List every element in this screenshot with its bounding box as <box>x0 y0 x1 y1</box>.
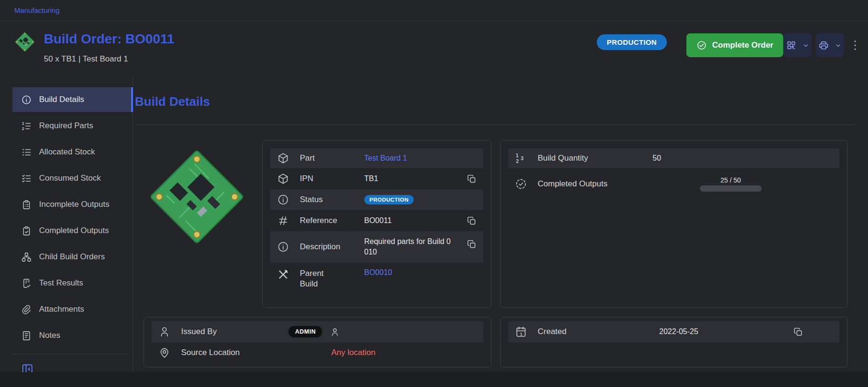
detail-label: Part <box>300 153 364 163</box>
info-circle-icon <box>21 94 32 105</box>
created-card: Created 2022-05-25 <box>500 317 848 367</box>
sidebar-item-label: Required Parts <box>39 121 93 131</box>
part-image <box>140 140 254 254</box>
list-icon <box>21 147 32 158</box>
detail-label: Created <box>538 326 645 337</box>
build-details-card: Part Test Board 1 IPN TB1 Status PRODUCT… <box>262 140 491 308</box>
clipboard-list-icon <box>21 199 32 210</box>
sidebar-item-label: Notes <box>39 331 60 340</box>
detail-row-source-location: Source Location Any location <box>152 342 483 363</box>
copy-button[interactable] <box>793 327 803 337</box>
barcode-actions-button[interactable] <box>783 33 812 57</box>
list-numbers-icon <box>21 121 32 132</box>
created-date-value: 2022-05-25 <box>659 327 698 336</box>
file-check-icon <box>21 278 32 289</box>
calendar-icon <box>515 326 527 338</box>
reference-value: BO0011 <box>364 216 392 225</box>
detail-label: Status <box>300 194 364 205</box>
sidebar-item-incomplete-outputs[interactable]: Incomplete Outputs <box>12 192 133 217</box>
build-quantity-value: 50 <box>653 154 661 163</box>
sidebar-item-allocated-stock[interactable]: Allocated Stock <box>12 140 133 164</box>
progress-check-icon <box>515 178 527 190</box>
source-location-value: Any location <box>288 348 376 357</box>
detail-label: Description <box>300 242 364 252</box>
sidebar-item-label: Child Build Orders <box>39 252 105 262</box>
notes-icon <box>21 330 32 341</box>
footer-band <box>0 372 868 387</box>
box-icon <box>277 152 289 164</box>
copy-button[interactable] <box>467 216 477 226</box>
completed-outputs-progress: 25 / 50 <box>700 176 762 192</box>
info-circle-icon <box>277 194 289 206</box>
sidebar-item-attachments[interactable]: Attachments <box>12 297 133 322</box>
sidebar-item-label: Completed Outputs <box>39 226 109 235</box>
sidebar-item-required-parts[interactable]: Required Parts <box>12 113 133 138</box>
part-link[interactable]: Test Board 1 <box>364 154 407 163</box>
printer-icon <box>818 40 829 51</box>
tools-icon <box>277 268 289 281</box>
heading-divider <box>135 124 855 125</box>
copy-button[interactable] <box>467 239 477 249</box>
parent-build-link[interactable]: BO0010 <box>364 268 392 277</box>
map-pin-icon <box>158 346 171 359</box>
detail-label: IPN <box>300 173 364 184</box>
detail-row-issued-by: Issued By ADMIN <box>152 321 483 342</box>
detail-row-build-quantity: Build Quantity 50 <box>508 148 839 168</box>
sidebar-item-label: Attachments <box>39 305 84 314</box>
detail-row-status: Status PRODUCTION <box>270 189 483 210</box>
complete-order-label: Complete Order <box>712 41 773 50</box>
complete-order-button[interactable]: Complete Order <box>686 33 783 57</box>
sidebar-item-notes[interactable]: Notes <box>12 323 133 348</box>
detail-label: Parent Build <box>300 268 364 289</box>
page-subtitle: 50 x TB1 | Test Board 1 <box>44 54 128 64</box>
detail-label: Reference <box>300 215 364 226</box>
ipn-value: TB1 <box>364 174 378 183</box>
circle-check-icon <box>696 40 707 51</box>
detail-label: Issued By <box>181 326 288 337</box>
progress-label: 25 / 50 <box>721 176 741 184</box>
sidebar-item-label: Build Details <box>39 95 84 104</box>
page-header: Build Order: BO0011 50 x TB1 | Test Boar… <box>0 21 868 76</box>
detail-row-completed-outputs: Completed Outputs 25 / 50 <box>508 168 839 200</box>
sidebar-item-label: Test Results <box>39 278 83 288</box>
sidebar-item-test-results[interactable]: Test Results <box>12 271 133 295</box>
user-icon <box>158 326 171 338</box>
detail-label: Source Location <box>181 347 288 358</box>
copy-button[interactable] <box>467 174 477 184</box>
sidebar-item-label: Incomplete Outputs <box>39 200 109 209</box>
clipboard-check-icon <box>21 225 32 236</box>
sidebar-item-child-build-orders[interactable]: Child Build Orders <box>12 244 133 269</box>
more-actions-button[interactable] <box>847 37 864 54</box>
breadcrumb-link-manufacturing[interactable]: Manufacturing <box>14 6 60 14</box>
issued-by-card: Issued By ADMIN Source Location Any loca… <box>143 317 491 367</box>
chevron-down-icon <box>835 42 842 49</box>
detail-row-parent-build: Parent Build BO0010 <box>270 263 483 300</box>
status-badge: PRODUCTION <box>597 34 667 50</box>
description-value: Required parts for Build 0010 <box>364 236 452 258</box>
chevron-down-icon <box>802 42 809 49</box>
sidebar-item-build-details[interactable]: Build Details <box>12 87 133 112</box>
box-icon <box>277 173 289 185</box>
qrcode-icon <box>786 40 797 51</box>
hash-icon <box>277 214 289 227</box>
sidebar-divider <box>12 354 129 354</box>
print-actions-button[interactable] <box>816 33 844 57</box>
detail-row-ipn: IPN TB1 <box>270 168 483 189</box>
list-check-icon <box>21 173 32 184</box>
breadcrumb: Manufacturing <box>0 0 868 21</box>
dots-vertical-icon <box>848 39 862 52</box>
progress-bar <box>700 185 762 192</box>
sidebar-item-label: Allocated Stock <box>39 147 95 157</box>
build-order-page: Manufacturing Build Order: BO0011 50 x T… <box>0 0 868 387</box>
paperclip-icon <box>21 304 32 315</box>
detail-label: Build Quantity <box>538 153 645 163</box>
detail-row-description: Description Required parts for Build 001… <box>270 231 483 263</box>
sidebar-item-consumed-stock[interactable]: Consumed Stock <box>12 166 133 191</box>
info-circle-icon <box>277 241 289 253</box>
numbers-123-icon <box>515 152 527 164</box>
detail-row-part: Part Test Board 1 <box>270 148 483 168</box>
sidebar-item-label: Consumed Stock <box>39 173 101 183</box>
detail-row-reference: Reference BO0011 <box>270 210 483 231</box>
sidebar-item-completed-outputs[interactable]: Completed Outputs <box>12 218 133 243</box>
panel-heading: Build Details <box>135 94 210 109</box>
